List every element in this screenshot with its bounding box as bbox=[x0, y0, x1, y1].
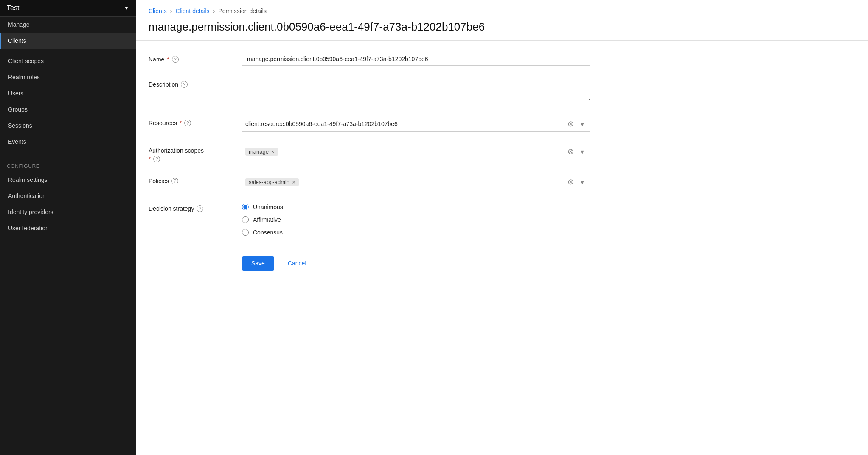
description-input[interactable] bbox=[242, 78, 590, 103]
breadcrumb-clients[interactable]: Clients bbox=[149, 8, 167, 14]
configure-section-label: Configure bbox=[0, 156, 136, 172]
description-row: Description ? bbox=[149, 78, 590, 104]
auth-scopes-required: * bbox=[149, 156, 151, 162]
resources-select-icons: ⊗ ▾ bbox=[565, 119, 590, 129]
breadcrumb-client-details[interactable]: Client details bbox=[175, 8, 209, 14]
radio-affirmative-label: Affirmative bbox=[253, 216, 281, 223]
save-button[interactable]: Save bbox=[242, 256, 274, 271]
sidebar-item-users[interactable]: Users bbox=[0, 85, 136, 101]
radio-unanimous[interactable]: Unanimous bbox=[242, 204, 590, 210]
name-label: Name * ? bbox=[149, 53, 242, 63]
breadcrumb: Clients › Client details › Permission de… bbox=[136, 0, 868, 19]
decision-strategy-control: Unanimous Affirmative Consensus bbox=[242, 202, 590, 236]
policies-clear-icon[interactable]: ⊗ bbox=[565, 177, 576, 187]
sidebar-header[interactable]: Test ▼ bbox=[0, 0, 136, 17]
sidebar-item-authentication[interactable]: Authentication bbox=[0, 188, 136, 204]
policies-control: sales-app-admin × ⊗ ▾ bbox=[242, 174, 590, 190]
resources-chevron-icon[interactable]: ▾ bbox=[577, 119, 587, 129]
policies-select[interactable]: sales-app-admin × ⊗ ▾ bbox=[242, 174, 590, 190]
radio-unanimous-input[interactable] bbox=[242, 204, 249, 210]
auth-scopes-help-icon[interactable]: ? bbox=[153, 156, 160, 162]
auth-scopes-tag-manage: manage × bbox=[245, 148, 278, 156]
auth-scopes-select-icons: ⊗ ▾ bbox=[565, 146, 590, 156]
sidebar-item-manage[interactable]: Manage bbox=[0, 17, 136, 33]
resources-select[interactable]: client.resource.0b0590a6-eea1-49f7-a73a-… bbox=[242, 116, 590, 132]
auth-scopes-clear-icon[interactable]: ⊗ bbox=[565, 146, 576, 156]
button-row: Save Cancel bbox=[149, 248, 590, 271]
auth-scopes-chevron-icon[interactable]: ▾ bbox=[577, 146, 587, 156]
radio-affirmative[interactable]: Affirmative bbox=[242, 216, 590, 223]
resources-label: Resources * ? bbox=[149, 116, 242, 126]
policies-label: Policies ? bbox=[149, 174, 242, 184]
policies-chevron-icon[interactable]: ▾ bbox=[577, 177, 587, 187]
auth-scopes-tags: manage × bbox=[242, 144, 565, 159]
decision-strategy-row: Decision strategy ? Unanimous Affirmativ… bbox=[149, 202, 590, 236]
resources-row: Resources * ? client.resource.0b0590a6-e… bbox=[149, 116, 590, 132]
sidebar-item-clients[interactable]: Clients bbox=[0, 33, 136, 49]
auth-scopes-row: Authorization scopes * ? manage × bbox=[149, 144, 590, 162]
page-title: manage.permission.client.0b0590a6-eea1-4… bbox=[136, 19, 868, 41]
decision-strategy-help-icon[interactable]: ? bbox=[197, 205, 203, 212]
description-control bbox=[242, 78, 590, 104]
sidebar-item-realm-roles[interactable]: Realm roles bbox=[0, 69, 136, 85]
resources-clear-icon[interactable]: ⊗ bbox=[565, 119, 576, 129]
auth-scopes-select[interactable]: manage × ⊗ ▾ bbox=[242, 144, 590, 159]
radio-consensus-input[interactable] bbox=[242, 229, 249, 236]
policies-select-icons: ⊗ ▾ bbox=[565, 177, 590, 187]
name-help-icon[interactable]: ? bbox=[172, 56, 179, 63]
name-input[interactable] bbox=[242, 53, 590, 66]
resources-required: * bbox=[180, 120, 182, 126]
breadcrumb-sep-2: › bbox=[213, 8, 215, 14]
sidebar-item-sessions[interactable]: Sessions bbox=[0, 117, 136, 134]
breadcrumb-permission-details: Permission details bbox=[218, 8, 267, 14]
form-area: Name * ? Description ? Resources * ? bbox=[136, 41, 603, 282]
decision-strategy-label: Decision strategy ? bbox=[149, 202, 242, 212]
name-required: * bbox=[167, 56, 169, 63]
sidebar-item-identity-providers[interactable]: Identity providers bbox=[0, 204, 136, 220]
sidebar-item-client-scopes[interactable]: Client scopes bbox=[0, 53, 136, 69]
resources-tags: client.resource.0b0590a6-eea1-49f7-a73a-… bbox=[242, 116, 565, 131]
radio-consensus[interactable]: Consensus bbox=[242, 229, 590, 236]
policies-help-icon[interactable]: ? bbox=[171, 178, 178, 184]
resources-value: client.resource.0b0590a6-eea1-49f7-a73a-… bbox=[245, 120, 398, 127]
auth-scopes-label: Authorization scopes * ? bbox=[149, 144, 242, 162]
policies-tag-sales-app-admin: sales-app-admin × bbox=[245, 178, 299, 186]
description-label: Description ? bbox=[149, 78, 242, 88]
cancel-button[interactable]: Cancel bbox=[281, 256, 313, 271]
policies-row: Policies ? sales-app-admin × ⊗ ▾ bbox=[149, 174, 590, 190]
resources-help-icon[interactable]: ? bbox=[184, 120, 191, 126]
description-help-icon[interactable]: ? bbox=[181, 81, 188, 88]
realm-selector-chevron-icon: ▼ bbox=[124, 5, 129, 11]
radio-affirmative-input[interactable] bbox=[242, 216, 249, 223]
main-content: Clients › Client details › Permission de… bbox=[136, 0, 868, 455]
sidebar: Test ▼ Manage Clients Client scopes Real… bbox=[0, 0, 136, 455]
decision-strategy-radio-group: Unanimous Affirmative Consensus bbox=[242, 202, 590, 236]
auth-scopes-tag-close[interactable]: × bbox=[271, 148, 275, 155]
radio-consensus-label: Consensus bbox=[253, 229, 283, 236]
realm-selector-title: Test bbox=[7, 4, 19, 12]
auth-scopes-control: manage × ⊗ ▾ bbox=[242, 144, 590, 159]
sidebar-item-events[interactable]: Events bbox=[0, 134, 136, 150]
sidebar-item-user-federation[interactable]: User federation bbox=[0, 220, 136, 236]
radio-unanimous-label: Unanimous bbox=[253, 204, 283, 210]
policies-tag-close[interactable]: × bbox=[292, 179, 295, 185]
name-row: Name * ? bbox=[149, 53, 590, 66]
sidebar-item-realm-settings[interactable]: Realm settings bbox=[0, 172, 136, 188]
policies-tags: sales-app-admin × bbox=[242, 174, 565, 190]
sidebar-item-groups[interactable]: Groups bbox=[0, 101, 136, 117]
breadcrumb-sep-1: › bbox=[170, 8, 172, 14]
name-control bbox=[242, 53, 590, 66]
resources-control: client.resource.0b0590a6-eea1-49f7-a73a-… bbox=[242, 116, 590, 132]
